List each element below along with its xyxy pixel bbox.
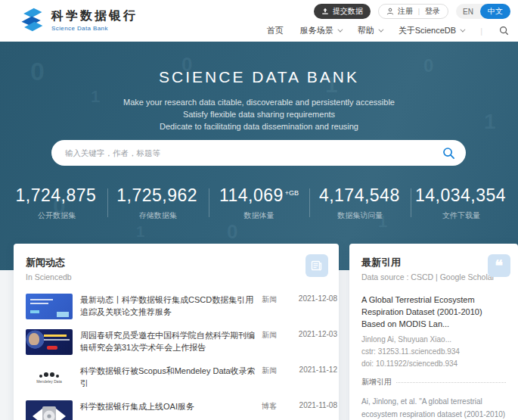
auth-divider: | <box>418 8 420 15</box>
nav-search-icon[interactable] <box>499 26 509 36</box>
nav-about[interactable]: 关于ScienceDB <box>399 25 464 36</box>
hero-banner: 0 1 0 1 0 1 0 0 1 1 SCIENCE DATA BANK Ma… <box>0 42 518 270</box>
stat-dataset-visits: 4,174,548 数据集访问量 <box>309 184 411 226</box>
citations-card: 最新引用 Data source : CSCD | Google Scholar… <box>349 244 518 420</box>
logo[interactable]: 科学数据银行 Science Data Bank <box>18 6 138 33</box>
stat-label: 数据集访问量 <box>309 210 411 221</box>
citation-cstr: cstr: 31253.11.sciencedb.934 <box>361 347 506 356</box>
news-row-1[interactable]: 最新动态丨科学数据银行集成CSCD数据集引用追踪及关联论文推荐服务 新闻 202… <box>26 294 327 319</box>
stat-label: 公开数据集 <box>6 210 107 221</box>
citation-reference-text: Ai, Jinlong, et al. "A global terrestria… <box>361 395 506 420</box>
stat-stored-datasets: 1,725,962 存储数据集 <box>107 184 209 226</box>
stat-value: 114,069 <box>219 185 284 205</box>
dotted-divider <box>396 382 506 383</box>
register-link[interactable]: 注册 <box>398 6 413 17</box>
news-tag: 博客 <box>262 401 284 412</box>
news-tag: 新闻 <box>262 366 284 376</box>
quote-icon: ❝ <box>488 254 510 277</box>
new-citation-label: 新增引用 <box>361 377 392 387</box>
news-date: 2021-12-03 <box>287 330 337 338</box>
hero-subtitle-line-1: Make your research data citable, discove… <box>0 96 518 108</box>
logo-text: 科学数据银行 Science Data Bank <box>51 8 138 32</box>
language-toggle: EN 中文 <box>456 4 510 19</box>
news-thumbnail-mendeley: Mendeley Data <box>26 365 73 390</box>
binary-decoration: 0 <box>30 57 45 86</box>
citations-card-subtitle: Data source : CSCD | Google Scholar <box>361 272 506 282</box>
stat-value: 1,724,875 <box>15 185 96 205</box>
submit-data-button[interactable]: 提交数据 <box>314 4 371 19</box>
mendeley-thumb-label: Mendeley Data <box>36 379 62 384</box>
nav-services[interactable]: 服务场景 <box>300 25 341 36</box>
stat-open-datasets: 1,724,875 公开数据集 <box>6 184 107 226</box>
stat-file-downloads: 14,034,354 文件下载量 <box>411 184 512 226</box>
news-card-subtitle: In Sciencedb <box>26 272 327 282</box>
news-card: 新闻动态 In Sciencedb 最新动态丨科学数据银行集成CSCD数据集引用… <box>14 244 339 420</box>
nav-divider: | <box>480 26 482 36</box>
logo-subtitle: Science Data Bank <box>51 25 138 32</box>
news-date: 2021-11-12 <box>287 366 337 374</box>
stat-label: 数据体量 <box>209 210 310 221</box>
news-thumbnail-oai <box>26 400 73 420</box>
submit-data-label: 提交数据 <box>333 6 363 17</box>
stat-label: 存储数据集 <box>107 210 209 221</box>
nav-help[interactable]: 帮助 <box>358 25 382 36</box>
header: 科学数据银行 Science Data Bank 提交数据 注册 | 登录 EN <box>0 0 518 42</box>
sciencedb-homepage: 科学数据银行 Science Data Bank 提交数据 注册 | 登录 EN <box>0 0 518 420</box>
stat-value: 14,034,354 <box>415 185 506 205</box>
news-title[interactable]: 科学数据银行集成上线OAI服务 <box>80 400 256 412</box>
chevron-down-icon <box>461 27 466 33</box>
citation-doi: doi: 10.11922/sciencedb.934 <box>361 359 506 368</box>
nav-services-label: 服务场景 <box>300 25 333 36</box>
binary-decoration: 0 <box>423 55 433 76</box>
sciencedb-logo-icon <box>18 6 45 33</box>
news-list: 最新动态丨科学数据银行集成CSCD数据集引用追踪及关联论文推荐服务 新闻 202… <box>26 294 327 420</box>
nav-about-label: 关于ScienceDB <box>399 25 456 36</box>
binary-decoration: 1 <box>484 110 496 134</box>
logo-title: 科学数据银行 <box>51 8 138 24</box>
user-icon <box>386 8 394 15</box>
news-title[interactable]: 周园春研究员受邀在中国科学院自然科学期刊编辑研究会第31次学术年会上作报告 <box>80 329 256 353</box>
news-title[interactable]: 科学数据银行被Scopus和Mendeley Data收录索引 <box>80 365 256 389</box>
newspaper-icon <box>306 254 328 277</box>
hero-subtitle: Make your research data citable, discove… <box>0 96 518 132</box>
lang-zh-button[interactable]: 中文 <box>480 4 510 19</box>
login-link[interactable]: 登录 <box>425 6 440 17</box>
chevron-down-icon <box>378 27 383 33</box>
nav-home-label: 首页 <box>267 25 284 36</box>
hero-subtitle-line-2: Satisfy flexible data sharing requiremen… <box>0 108 518 120</box>
news-row-4[interactable]: 科学数据银行集成上线OAI服务 博客 2021-11-08 <box>26 400 327 420</box>
news-row-2[interactable]: 周园春研究员受邀在中国科学院自然科学期刊编辑研究会第31次学术年会上作报告 新闻… <box>26 329 327 355</box>
news-thumbnail-report <box>26 329 73 355</box>
news-tag: 新闻 <box>262 294 284 305</box>
main-nav: 首页 服务场景 帮助 关于ScienceDB | <box>267 25 509 36</box>
new-citation-header: 新增引用 <box>361 377 506 387</box>
news-thumbnail-cscd <box>26 294 73 319</box>
stats-row: 1,724,875 公开数据集 1,725,962 存储数据集 114,069+… <box>6 184 512 226</box>
stat-value: 4,174,548 <box>319 185 400 205</box>
citations-card-title: 最新引用 <box>361 256 506 269</box>
nav-home[interactable]: 首页 <box>267 25 284 36</box>
hero-subtitle-line-3: Dedicate to facilitating data disseminat… <box>0 120 518 132</box>
lang-en-button[interactable]: EN <box>456 8 480 16</box>
news-row-3[interactable]: Mendeley Data 科学数据银行被Scopus和Mendeley Dat… <box>26 365 327 390</box>
header-actions: 提交数据 注册 | 登录 EN 中文 <box>314 4 510 19</box>
upload-icon <box>321 8 329 15</box>
stat-label: 文件下载量 <box>411 210 512 221</box>
search-input[interactable] <box>65 148 442 157</box>
news-title[interactable]: 最新动态丨科学数据银行集成CSCD数据集引用追踪及关联论文推荐服务 <box>80 294 256 318</box>
stat-suffix: +GB <box>285 189 299 197</box>
binary-decoration: 1 <box>91 87 100 107</box>
news-tag: 新闻 <box>262 330 284 341</box>
stat-data-volume: 114,069+GB 数据体量 <box>209 184 310 226</box>
news-card-title: 新闻动态 <box>26 256 327 269</box>
binary-decoration: 0 <box>181 53 192 76</box>
search-icon[interactable] <box>442 147 455 160</box>
citation-authors: Jinlong Ai, Shuyuan Xiao... <box>361 335 506 344</box>
news-date: 2021-12-08 <box>287 294 337 303</box>
stat-value: 1,725,962 <box>116 185 197 205</box>
citation-dataset-title[interactable]: A Global Terrestrial Ecosystem Respirati… <box>361 294 506 330</box>
hero-search-bar <box>51 140 466 166</box>
chevron-down-icon <box>337 27 343 33</box>
binary-decoration: 1 <box>136 223 144 241</box>
auth-pill: 注册 | 登录 <box>378 4 448 19</box>
